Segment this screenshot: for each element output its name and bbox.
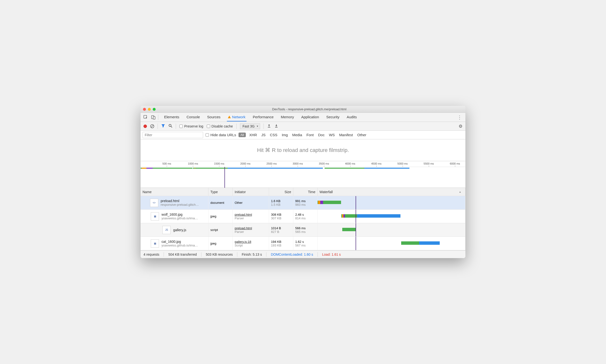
timeline-tick: 2500 ms [266,162,277,165]
tab-audits[interactable]: Audits [346,113,358,121]
request-domain: yoavweiss.github.io/ima… [161,244,198,247]
filter-bar: Hide data URLs All XHR JS CSS Img Media … [141,131,465,139]
panel-tabs: Elements Console Sources Network Perform… [141,113,465,122]
request-size-uncompressed: 827 B [271,230,291,234]
waterfall-cell [317,210,465,223]
filter-doc[interactable]: Doc [317,133,326,137]
waterfall-cell [317,237,465,250]
timeline-tick: 2000 ms [240,162,250,165]
tab-memory[interactable]: Memory [280,113,295,121]
request-time: 2.48 s [295,213,315,216]
filter-manifest[interactable]: Manifest [338,133,354,137]
timeline-tick: 1000 ms [188,162,198,165]
col-initiator[interactable]: Initiator [233,188,269,196]
tab-sources[interactable]: Sources [206,113,222,121]
throttling-select[interactable]: Fast 3G [240,123,260,129]
table-header: Name Type Initiator Size Time Waterfall▲ [141,188,465,196]
preserve-log-checkbox[interactable]: Preserve log [179,124,203,128]
filter-css[interactable]: CSS [269,133,278,137]
initiator-type: Parser [235,230,267,234]
timeline-ruler: 500 ms1000 ms1500 ms2000 ms2500 ms3000 m… [141,161,465,167]
tab-elements[interactable]: Elements [163,113,180,121]
svg-rect-5 [268,127,270,128]
tab-network[interactable]: Network [227,113,247,121]
waterfall-bar [342,228,356,231]
status-bar: 4 requests 504 KB transferred 503 KB res… [141,250,465,258]
overview-timeline[interactable]: 500 ms1000 ms1500 ms2000 ms2500 ms3000 m… [141,161,465,188]
request-initiator[interactable]: preload.html [235,226,267,230]
filmstrip-placeholder: Hit ⌘ R to reload and capture filmstrip. [141,139,465,161]
filter-other[interactable]: Other [356,133,368,137]
device-toolbar-icon[interactable] [150,114,157,120]
col-name[interactable]: Name [141,188,209,196]
file-type-icon: <> [150,199,158,207]
close-window-button[interactable] [143,108,146,111]
disable-cache-checkbox[interactable]: Disable cache [207,124,233,128]
inspect-element-icon[interactable] [143,114,149,120]
filter-js[interactable]: JS [260,133,267,137]
svg-point-3 [169,124,171,127]
request-initiator[interactable]: preload.html [235,213,267,216]
file-type-icon: ▦ [151,212,159,221]
dom-content-loaded: DOMContentLoaded: 1.60 s [271,253,313,256]
timeline-tick: 4500 ms [371,162,381,165]
request-time: 991 ms [295,199,315,203]
divider [263,124,264,129]
sort-asc-icon: ▲ [459,191,461,193]
request-time: 566 ms [295,226,315,230]
table-row[interactable]: ▦ cat_1600.jpg yoavweiss.github.io/ima… … [141,237,465,250]
request-domain: yoavweiss.github.io/ima… [161,216,198,220]
request-size: 308 KB [271,213,291,216]
filter-font[interactable]: Font [305,133,315,137]
minimize-window-button[interactable] [148,108,151,111]
request-type: jpeg [209,237,233,250]
filter-img[interactable]: Img [281,133,289,137]
traffic-lights [143,108,156,111]
macos-titlebar: DevTools - responsive-preload.glitch.me/… [141,106,465,113]
timeline-tick: 3000 ms [293,162,303,165]
transferred-size: 504 KB transferred [168,253,197,256]
filter-all-pill[interactable]: All [238,132,246,137]
svg-rect-6 [275,127,277,128]
col-type[interactable]: Type [209,188,233,196]
finish-time: Finish: 5.13 s [242,253,262,256]
devtools-window: DevTools - responsive-preload.glitch.me/… [141,106,465,258]
tab-console[interactable]: Console [186,113,201,121]
tab-performance[interactable]: Performance [252,113,275,121]
filter-media[interactable]: Media [291,133,303,137]
col-time[interactable]: Time [293,188,317,196]
request-initiator: Other [235,201,267,205]
more-options-icon[interactable]: ⋮ [456,115,463,120]
hide-data-urls-checkbox[interactable]: Hide data URLs [206,133,236,137]
filter-xhr[interactable]: XHR [248,133,258,137]
filter-ws[interactable]: WS [328,133,336,137]
waterfall-bar [318,201,320,204]
tab-application[interactable]: Application [300,113,320,121]
requests-table: Name Type Initiator Size Time Waterfall▲… [141,188,465,250]
download-har-icon[interactable] [274,124,278,129]
request-name: wolf_1600.jpg [161,212,198,216]
waterfall-bar [419,241,439,245]
tab-security[interactable]: Security [325,113,340,121]
timeline-tick: 5000 ms [397,162,408,165]
request-type: document [209,196,233,209]
record-button[interactable] [144,125,147,128]
request-initiator[interactable]: gallery.js:18 [235,240,267,244]
filter-toggle-icon[interactable] [161,124,165,129]
upload-har-icon[interactable] [267,124,271,129]
timeline-tick: 500 ms [162,162,171,165]
request-name: gallery.js [173,228,186,232]
clear-button[interactable] [150,124,154,128]
table-row[interactable]: <> preload.html responsive-preload.glitc… [141,196,465,210]
col-waterfall[interactable]: Waterfall▲ [317,188,465,196]
divider [236,124,237,129]
table-row[interactable]: ▦ wolf_1600.jpg yoavweiss.github.io/ima…… [141,210,465,223]
request-latency: 567 ms [295,244,315,247]
request-size: 1.6 KB [271,199,291,203]
zoom-window-button[interactable] [153,108,156,111]
col-size[interactable]: Size [269,188,293,196]
table-row[interactable]: JS gallery.js script preload.html Parser… [141,223,465,237]
search-icon[interactable] [169,124,172,129]
settings-icon[interactable]: ⚙ [459,124,462,129]
filter-input[interactable] [143,132,203,138]
